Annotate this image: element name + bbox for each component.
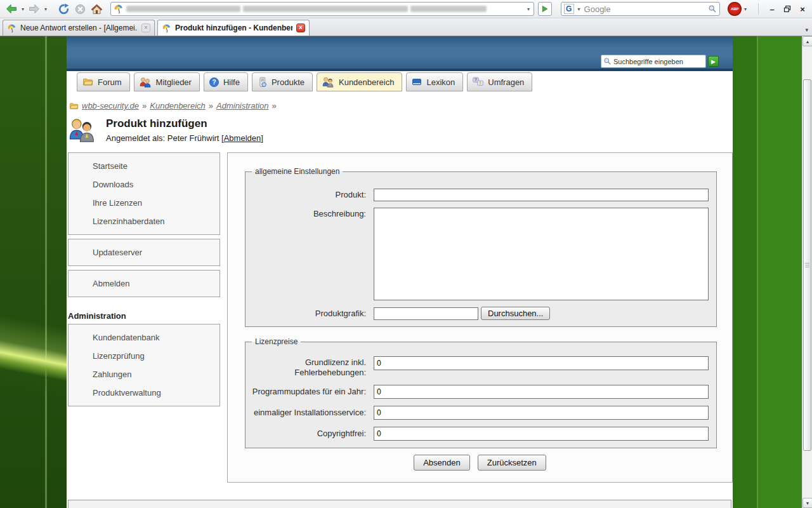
redacted-url-segment [126,6,240,12]
nav-tab-umfragen[interactable]: Umfragen [467,72,532,91]
search-engine-caret-icon[interactable]: ▾ [577,6,582,12]
nav-tab-label: Lexikon [426,77,455,87]
breadcrumb-link-kundenbereich[interactable]: Kundenbereich [150,101,205,110]
window-restore-button[interactable] [782,3,793,15]
page-background-right [733,36,802,508]
produktgrafik-file-input[interactable] [374,307,478,320]
tab-title: Neue Antwort erstellen - [Allgemei... [20,23,138,32]
nav-tab-produkte[interactable]: Produkte [252,72,313,91]
page-title: Produkt hinzufügen [106,117,263,130]
nav-tab-hilfe[interactable]: Hilfe [204,72,248,91]
nav-tab-label: Kundenbereich [339,77,394,87]
copyrightfrei-input[interactable] [374,427,709,441]
logout-link[interactable]: Abmelden [224,133,261,143]
web-search-input[interactable] [584,4,706,14]
forward-button[interactable] [27,1,42,17]
address-bar[interactable]: ▾ [110,2,534,16]
installationsservice-label: einmaliger Installationsservice: [246,408,374,418]
browser-tab-inactive[interactable]: Neue Antwort erstellen - [Allgemei... × [3,20,155,36]
web-search-box[interactable]: G ▾ [561,2,721,16]
sidebar-group-admin: Kundendatenbank Lizenzprüfung Zahlungen … [68,324,220,406]
sidebar-item-lizenzpruefung[interactable]: Lizenzprüfung [69,347,219,365]
window-minimize-button[interactable]: – [766,3,778,15]
forward-history-caret-icon[interactable]: ▾ [43,6,48,12]
breadcrumb-link-home[interactable]: wbb-security.de [82,101,139,110]
installationsservice-input[interactable] [374,406,709,420]
nav-tab-lexikon[interactable]: Lexikon [406,72,463,91]
fieldset-legend: Lizenzpreise [252,337,301,346]
site-search-go-button[interactable]: ▶ [708,56,719,67]
grundlizenz-label: Grundlizenz inkl. Fehlerbehebungen: [246,356,374,378]
site-header-banner: ▶ [67,36,733,69]
members-people-icon [139,77,152,88]
nav-tab-forum[interactable]: Forum [77,72,130,91]
programmupdates-input[interactable] [374,385,709,399]
url-dropdown-caret-icon[interactable]: ▾ [526,6,531,12]
produkt-input[interactable] [374,189,709,201]
site-navigation: Forum Mitglieder Hilfe Produkte Kundenbe… [77,72,536,91]
sidebar-item-updateserver[interactable]: Updateserver [69,243,219,262]
sidebar-item-produktverwaltung[interactable]: Produktverwaltung [69,384,219,402]
footer-panel [68,500,731,508]
redacted-url-segment [410,6,487,12]
tab-list-caret-icon[interactable]: ▾ [805,27,808,33]
sidebar-item-kundendatenbank[interactable]: Kundendatenbank [69,328,219,347]
absenden-button[interactable]: Absenden [414,455,470,471]
adblock-caret-icon[interactable]: ▾ [743,6,748,12]
sidebar-item-downloads[interactable]: Downloads [69,175,219,194]
sidebar-item-zahlungen[interactable]: Zahlungen [69,365,219,384]
browser-tab-active[interactable]: Produkt hinzufügen - Kundenber... × [157,20,310,36]
tab-favicon-umbrella-icon [7,23,16,33]
reload-icon [58,3,70,15]
breadcrumb-link-administration[interactable]: Administration [216,101,268,110]
stop-button[interactable] [72,1,88,17]
sidebar-item-lizenzinhaberdaten[interactable]: Lizenzinhaberdaten [69,212,219,231]
breadcrumb: wbb-security.de » Kundenbereich » Admini… [69,101,277,110]
sidebar-item-startseite[interactable]: Startseite [69,157,219,175]
reload-button[interactable] [56,1,71,17]
nav-tab-mitglieder[interactable]: Mitglieder [134,72,200,91]
home-button[interactable] [89,1,104,17]
tab-title: Produkt hinzufügen - Kundenber... [175,23,292,32]
adblock-plus-icon[interactable]: ABP [728,2,742,16]
tab-close-button[interactable]: × [141,23,150,32]
sidebar-item-abmelden[interactable]: Abmelden [69,274,219,293]
window-close-button[interactable]: × [797,3,808,15]
book-icon [411,77,422,87]
beschreibung-textarea[interactable] [374,208,709,300]
scrollbar-thumb[interactable] [803,79,811,451]
login-status: Angemeldet als: Peter Frühwirt [Abmelden… [106,133,263,143]
nav-tab-label: Produkte [272,77,304,87]
sidebar-item-ihre-lizenzen[interactable]: Ihre Lizenzen [69,194,219,212]
url-go-button[interactable] [538,2,552,16]
browser-toolbar: ▾ ▾ ▾ G ▾ ABP ▾ – × [0,0,812,18]
fieldset-lizenzpreise: Lizenzpreise Grundlizenz inkl. Fehlerbeh… [245,337,717,448]
durchsuchen-button[interactable]: Durchsuchen... [481,307,550,320]
banner-bottom-strip [67,69,733,71]
home-icon [91,3,103,15]
restore-icon [783,5,791,13]
grundlizenz-input[interactable] [374,356,709,370]
browser-tabstrip: Neue Antwort erstellen - [Allgemei... × … [0,19,812,36]
back-button[interactable] [4,1,19,17]
nav-tab-kundenbereich[interactable]: Kundenbereich [317,72,402,91]
back-history-caret-icon[interactable]: ▾ [20,6,25,12]
site-search-box[interactable] [601,55,706,68]
help-icon [209,77,219,88]
site-search-magnifier-icon [603,57,612,65]
tab-close-button[interactable]: × [296,23,305,32]
search-magnifier-icon[interactable] [708,4,717,13]
sidebar-admin-heading: Administration [68,311,220,321]
scroll-up-button[interactable]: ▲ [802,36,812,46]
programmupdates-label: Programmupdates für ein Jahr: [246,387,374,397]
vertical-scrollbar[interactable]: ▲ ▼ [802,36,812,508]
sidebar: Startseite Downloads Ihre Lizenzen Lizen… [68,152,220,410]
site-search-input[interactable] [613,58,704,65]
copyrightfrei-label: Copyrightfrei: [246,429,374,439]
nav-tab-label: Forum [98,77,122,87]
fieldset-legend: allgemeine Einstellungen [252,167,343,176]
zuruecksetzen-button[interactable]: Zurücksetzen [478,455,546,471]
scroll-down-button[interactable]: ▼ [802,498,812,508]
breadcrumb-separator: » [272,101,276,110]
fieldset-allgemeine-einstellungen: allgemeine Einstellungen Produkt: Beschr… [245,167,717,327]
